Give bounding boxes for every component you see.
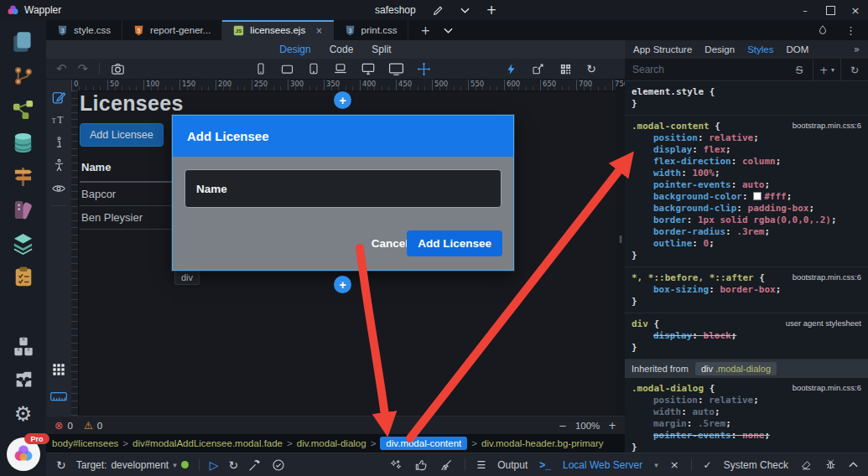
- device-large-screen-icon[interactable]: [388, 61, 404, 77]
- refresh-target-icon[interactable]: ↻: [56, 458, 66, 472]
- mode-design[interactable]: Design: [279, 44, 310, 55]
- git-manager-icon[interactable]: [9, 62, 38, 89]
- element-info-icon[interactable]: [52, 132, 66, 154]
- maximize-button[interactable]: [818, 0, 843, 20]
- editor-tab-style-css[interactable]: 3style.css: [46, 20, 122, 40]
- eraser-icon[interactable]: [800, 458, 813, 471]
- visibility-icon[interactable]: [51, 177, 66, 199]
- css-property[interactable]: box-sizing: border-box;: [632, 284, 861, 296]
- project-name[interactable]: safeshop: [375, 4, 416, 16]
- more-panels-icon[interactable]: »: [854, 44, 860, 55]
- color-swatch[interactable]: [753, 192, 761, 200]
- css-rule[interactable]: .modal-content {bootstrap.min.css:6posit…: [625, 116, 868, 267]
- breadcrumb-item[interactable]: div#modalAddLicensee.modal.fade: [133, 438, 283, 448]
- css-property[interactable]: margin: .5rem;: [632, 418, 861, 430]
- pages-icon[interactable]: [9, 28, 38, 55]
- breadcrumb-item[interactable]: div.modal-dialog: [297, 438, 366, 448]
- errors-icon[interactable]: ⊗: [55, 419, 63, 432]
- collapse-panel-icon[interactable]: [849, 462, 858, 468]
- close-output-icon[interactable]: ×: [670, 458, 679, 471]
- css-property[interactable]: display: block;: [632, 330, 861, 342]
- tab-list-icon[interactable]: [444, 28, 453, 34]
- new-project-icon[interactable]: +: [486, 3, 497, 18]
- editor-tab-report-gener[interactable]: 5report-gener...: [122, 20, 222, 40]
- tab-close-icon[interactable]: ×: [315, 26, 322, 35]
- ruler-toggle-icon[interactable]: [49, 391, 68, 406]
- editor-tab-print-css[interactable]: 3print.css: [334, 20, 409, 40]
- rule-source-file[interactable]: bootstrap.min.css:6: [793, 120, 861, 132]
- undo-icon[interactable]: ↶: [56, 63, 67, 75]
- css-property[interactable]: position: relative;: [632, 395, 861, 406]
- toggle-strikethrough-icon[interactable]: S: [786, 59, 813, 80]
- panel-tab-app-structure[interactable]: App Structure: [633, 44, 692, 54]
- debug-bug-icon[interactable]: [824, 458, 837, 471]
- build-hammer-icon[interactable]: [248, 458, 262, 472]
- output-label[interactable]: Output: [497, 459, 528, 471]
- minimize-button[interactable]: –: [793, 0, 818, 20]
- css-property[interactable]: flex-direction: column;: [632, 156, 861, 168]
- move-tool-icon[interactable]: [417, 62, 431, 76]
- device-laptop-icon[interactable]: [333, 61, 348, 76]
- edit-project-icon[interactable]: [433, 5, 444, 16]
- project-dropdown-icon[interactable]: [460, 8, 470, 13]
- tabbar-menu-icon[interactable]: ⋮: [845, 24, 856, 37]
- open-in-browser-icon[interactable]: [532, 62, 545, 75]
- new-tab-button[interactable]: +: [420, 23, 430, 37]
- web-server-label[interactable]: Local Web Server: [563, 459, 642, 471]
- css-property[interactable]: width: 100%;: [632, 168, 861, 179]
- redo-icon[interactable]: ↷: [78, 63, 89, 75]
- zoom-in-button[interactable]: +: [608, 420, 616, 432]
- database-manager-icon[interactable]: [9, 129, 38, 156]
- close-button[interactable]: ×: [843, 0, 868, 20]
- modal-cancel-button[interactable]: Cancel: [372, 237, 408, 250]
- packages-icon[interactable]: [9, 334, 38, 360]
- device-desktop-icon[interactable]: [361, 61, 376, 76]
- device-phone-icon[interactable]: [254, 62, 268, 75]
- reload-button[interactable]: ↻: [228, 458, 238, 472]
- refresh-styles-icon[interactable]: ↻: [840, 59, 868, 80]
- modal-submit-button[interactable]: Add Licensee: [407, 230, 502, 256]
- design-tools-icon[interactable]: [9, 196, 38, 223]
- css-rule[interactable]: .modal-dialog {bootstrap.min.css:6positi…: [625, 378, 868, 453]
- rule-source-file[interactable]: bootstrap.min.css:6: [793, 272, 861, 283]
- wappler-pro-logo[interactable]: Pro: [7, 437, 40, 471]
- settings-icon[interactable]: ⚙: [9, 401, 38, 427]
- css-property[interactable]: pointer-events: none;: [632, 430, 861, 442]
- css-property[interactable]: background-clip: padding-box;: [632, 203, 861, 215]
- refresh-view-icon[interactable]: ↻: [586, 62, 596, 75]
- cleanup-broom-icon[interactable]: [439, 458, 453, 472]
- css-property[interactable]: display: flex;: [632, 144, 861, 156]
- system-check-icon[interactable]: ✓: [704, 459, 712, 471]
- css-property[interactable]: border-radius: .3rem;: [632, 226, 861, 238]
- css-property[interactable]: border: 1px solid rgba(0,0,0,.2);: [632, 215, 861, 226]
- ai-sparkles-icon[interactable]: [389, 458, 403, 472]
- panel-tab-dom[interactable]: DOM: [786, 44, 808, 54]
- edit-mode-icon[interactable]: [51, 86, 67, 109]
- warnings-icon[interactable]: ⚠: [84, 420, 93, 432]
- css-property[interactable]: background-color: #fff;: [632, 191, 861, 203]
- target-selector[interactable]: Target: development ▾: [76, 459, 189, 471]
- accessibility-icon[interactable]: [52, 154, 66, 177]
- system-check-label[interactable]: System Check: [724, 459, 788, 471]
- text-formatting-icon[interactable]: TT: [51, 109, 67, 132]
- rule-source-file[interactable]: bootstrap.min.css:6: [793, 382, 861, 394]
- breadcrumb-item[interactable]: body#licensees: [52, 438, 118, 448]
- design-canvas[interactable]: Licensees Add Licensee Name BapcorBen Pl…: [78, 91, 616, 416]
- insert-element-button-bottom[interactable]: +: [334, 276, 351, 293]
- device-tablet-landscape-icon[interactable]: [280, 62, 294, 76]
- extensions-icon[interactable]: [9, 367, 38, 394]
- panel-tab-styles[interactable]: Styles: [747, 44, 773, 54]
- css-property[interactable]: outline: 0;: [632, 238, 861, 250]
- breadcrumb-item[interactable]: div.modal-content: [380, 437, 467, 450]
- css-property[interactable]: pointer-events: auto;: [632, 179, 861, 191]
- mode-split[interactable]: Split: [372, 44, 391, 55]
- qr-code-icon[interactable]: [559, 63, 572, 75]
- styles-search-input[interactable]: [625, 63, 786, 76]
- validate-check-icon[interactable]: [272, 458, 285, 472]
- feedback-thumb-icon[interactable]: [414, 458, 428, 472]
- panel-tab-design[interactable]: Design: [704, 44, 735, 54]
- css-rule[interactable]: element.style {}: [625, 81, 868, 116]
- css-rule[interactable]: div {user agent stylesheetdisplay: block…: [625, 313, 868, 360]
- todo-list-icon[interactable]: [9, 263, 38, 290]
- zoom-level[interactable]: 100%: [575, 421, 600, 431]
